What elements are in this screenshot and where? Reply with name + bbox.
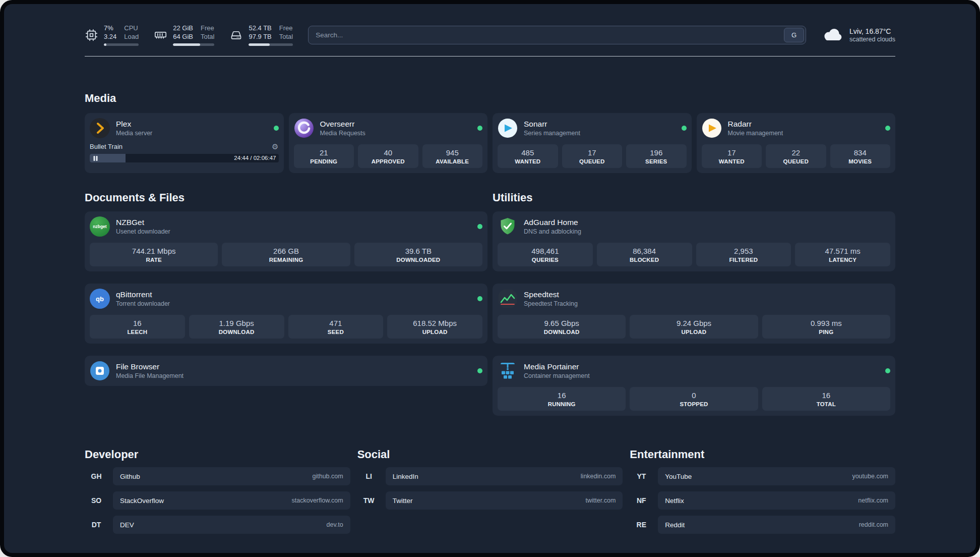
disk-icon (229, 28, 243, 42)
media-section-heading: Media (85, 92, 895, 105)
disk-progress-fill (249, 43, 269, 46)
stat-seed: 471 SEED (288, 315, 384, 339)
qbittorrent-icon: qb (90, 289, 110, 309)
search-input[interactable] (309, 26, 784, 44)
entertainment-bookmarks: Entertainment YT YouTube youtube.com NF … (630, 448, 895, 534)
sonarr-card[interactable]: Sonarr Series management 485 WANTED 17 Q… (493, 113, 692, 173)
bookmark-netflix[interactable]: NF Netflix netflix.com (630, 491, 895, 510)
topbar-divider (85, 56, 895, 57)
status-dot (682, 126, 687, 131)
stat-blocked: 86,384 BLOCKED (597, 243, 692, 266)
filebrowser-card[interactable]: File Browser Media File Management (85, 356, 487, 386)
sonarr-icon (498, 118, 518, 138)
bookmark-dev[interactable]: DT DEV dev.to (85, 516, 350, 534)
window-frame: 7% CPU 3.24 Load 22 GiB Free 64 GiB Tota… (0, 0, 980, 557)
bookmark-name: Github (120, 473, 140, 480)
weather-location: Lviv, 16.87°C (849, 27, 895, 35)
stat-total: 16 TOTAL (762, 387, 890, 411)
card-subtitle: Series management (524, 130, 580, 137)
adguard-card[interactable]: AdGuard Home DNS and adblocking 498,461 … (493, 211, 895, 271)
stat-series: 196 SERIES (626, 144, 687, 168)
stat-remaining: 266 GB REMAINING (222, 243, 350, 266)
card-title: Overseerr (320, 120, 365, 129)
bookmark-github[interactable]: GH Github github.com (85, 467, 350, 485)
bookmark-abbr: TW (357, 496, 381, 505)
speedtest-card[interactable]: Speedtest Speedtest Tracking 9.65 Gbps D… (493, 284, 895, 344)
bookmark-name: DEV (120, 521, 134, 529)
stat-upload: 9.24 Gbps UPLOAD (630, 315, 758, 339)
overseerr-card[interactable]: Overseerr Media Requests 21 PENDING 40 A… (289, 113, 488, 173)
radarr-card[interactable]: Radarr Movie management 17 WANTED 22 QUE… (697, 113, 896, 173)
cpu-load-value: 3.24 (104, 32, 116, 41)
filebrowser-icon (90, 361, 110, 381)
topbar: 7% CPU 3.24 Load 22 GiB Free 64 GiB Tota… (85, 21, 895, 48)
cpu-label-1: CPU (124, 24, 139, 32)
qbittorrent-card[interactable]: qb qBittorrent Torrent downloader 16 LEE… (85, 284, 487, 344)
now-playing-title: Bullet Train (90, 143, 122, 150)
card-subtitle: Container management (524, 372, 590, 379)
memory-free-value: 22 GiB (173, 24, 193, 32)
bookmark-name: Netflix (665, 497, 684, 505)
stat-upload: 618.52 Mbps UPLOAD (387, 315, 482, 339)
stat-latency: 47.571 ms LATENCY (795, 243, 890, 266)
memory-resource-widget: 22 GiB Free 64 GiB Total (154, 24, 214, 46)
status-dot (477, 224, 482, 229)
disk-total-value: 97.9 TB (249, 32, 271, 41)
stat-queued: 22 QUEUED (766, 144, 826, 168)
social-section-heading: Social (357, 448, 623, 461)
bookmark-url: netflix.com (858, 497, 888, 504)
bookmark-abbr: DT (85, 521, 108, 529)
bookmark-url: linkedin.com (581, 473, 616, 480)
cpu-progress-bar (104, 43, 139, 46)
stat-queries: 498,461 QUERIES (498, 243, 593, 266)
cpu-resource-widget: 7% CPU 3.24 Load (85, 24, 139, 46)
radarr-icon (702, 118, 722, 138)
bookmark-name: LinkedIn (393, 473, 418, 480)
stat-movies: 834 MOVIES (830, 144, 891, 168)
memory-label-2: Total (201, 32, 214, 41)
status-dot (477, 368, 482, 373)
bookmark-url: stackoverflow.com (292, 497, 343, 504)
card-subtitle: Media server (116, 130, 152, 137)
portainer-card[interactable]: Media Portainer Container management 16 … (493, 356, 895, 416)
stat-pending: 21 PENDING (294, 144, 354, 168)
documents-section-heading: Documents & Files (85, 191, 487, 204)
dashboard-page: 7% CPU 3.24 Load 22 GiB Free 64 GiB Tota… (4, 4, 976, 553)
disk-label-2: Total (279, 32, 293, 41)
bookmark-stackoverflow[interactable]: SO StackOverflow stackoverflow.com (85, 491, 350, 510)
media-grid: Plex Media server Bullet Train ⚙ (85, 113, 895, 173)
stat-downloaded: 39.6 TB DOWNLOADED (354, 243, 482, 266)
plex-card[interactable]: Plex Media server Bullet Train ⚙ (85, 113, 284, 173)
card-subtitle: Speedtest Tracking (524, 300, 578, 307)
stat-leech: 16 LEECH (90, 315, 185, 339)
bookmark-name: Twitter (393, 497, 413, 505)
nzbget-card[interactable]: nzbget NZBGet Usenet downloader 744.21 M… (85, 211, 487, 271)
stat-stopped: 0 STOPPED (630, 387, 758, 411)
search-bar: G (308, 26, 806, 44)
card-title: qBittorrent (116, 290, 170, 299)
cpu-progress-fill (104, 43, 106, 46)
bookmark-reddit[interactable]: RE Reddit reddit.com (630, 516, 895, 534)
bookmark-twitter[interactable]: TW Twitter twitter.com (357, 491, 623, 510)
status-dot (477, 126, 482, 131)
bookmark-abbr: RE (630, 521, 653, 529)
stat-filtered: 2,953 FILTERED (696, 243, 791, 266)
bookmark-youtube[interactable]: YT YouTube youtube.com (630, 467, 895, 485)
speedtest-icon (498, 289, 518, 309)
memory-progress-fill (173, 43, 200, 46)
bookmark-url: dev.to (327, 521, 343, 528)
status-dot (885, 126, 890, 131)
bookmark-url: youtube.com (852, 473, 888, 480)
pause-icon[interactable] (93, 156, 98, 161)
cloud-icon (821, 28, 843, 42)
gear-icon[interactable]: ⚙ (272, 143, 278, 150)
search-provider-button[interactable]: G (784, 28, 804, 42)
bookmark-linkedin[interactable]: LI LinkedIn linkedin.com (357, 467, 623, 485)
bookmark-url: twitter.com (586, 497, 616, 504)
bookmark-abbr: NF (630, 496, 653, 505)
card-subtitle: Usenet downloader (116, 228, 170, 235)
card-title: NZBGet (116, 218, 170, 227)
stat-rate: 744.21 Mbps RATE (90, 243, 218, 266)
card-title: Radarr (728, 120, 783, 129)
bookmark-name: Reddit (665, 521, 685, 529)
